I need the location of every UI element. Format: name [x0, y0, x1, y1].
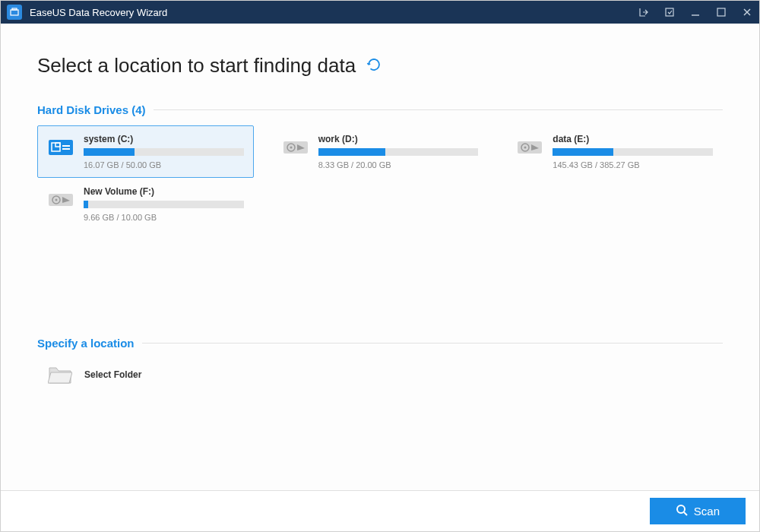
- app-logo-icon: [7, 5, 22, 20]
- maximize-button[interactable]: [715, 6, 727, 18]
- drive-info: data (E:)145.43 GB / 385.27 GB: [553, 134, 713, 169]
- specify-title-text: Specify a location: [37, 337, 135, 350]
- svg-line-22: [684, 512, 687, 515]
- svg-rect-11: [62, 148, 70, 150]
- drive-usage-fill: [318, 148, 385, 156]
- import-icon[interactable]: [638, 6, 650, 18]
- svg-rect-2: [666, 8, 673, 16]
- hdd-icon: [47, 188, 74, 211]
- drive-usage-bar: [318, 148, 479, 156]
- drive-stats: 8.33 GB / 20.00 GB: [318, 160, 479, 169]
- svg-rect-10: [62, 145, 70, 147]
- divider: [154, 109, 723, 110]
- svg-rect-4: [717, 8, 725, 16]
- drive-usage-bar: [84, 148, 244, 156]
- main-content: Select a location to start finding data …: [1, 24, 759, 391]
- drives-title-text: Hard Disk Drives (4): [37, 103, 146, 116]
- drive-info: New Volume (F:)9.66 GB / 10.00 GB: [84, 186, 244, 222]
- close-button[interactable]: [741, 6, 753, 18]
- drive-usage-fill: [84, 201, 88, 208]
- refresh-icon[interactable]: [366, 54, 382, 78]
- drive-stats: 9.66 GB / 10.00 GB: [84, 213, 244, 222]
- drive-usage-fill: [84, 148, 135, 156]
- folder-icon: [48, 365, 72, 385]
- window-controls: [638, 6, 753, 18]
- search-icon: [676, 504, 688, 518]
- window-title: EaseUS Data Recovery Wizard: [30, 7, 638, 18]
- drive-stats: 145.43 GB / 385.27 GB: [553, 160, 713, 169]
- page-heading: Select a location to start finding data: [37, 54, 723, 78]
- scan-button[interactable]: Scan: [650, 498, 746, 524]
- svg-rect-1: [12, 8, 17, 10]
- hdd-icon: [282, 135, 309, 158]
- drive-card[interactable]: system (C:)16.07 GB / 50.00 GB: [37, 125, 254, 178]
- drive-name: data (E:): [553, 134, 713, 144]
- minimize-button[interactable]: [689, 6, 701, 18]
- select-folder-label: Select Folder: [84, 369, 141, 380]
- scan-button-label: Scan: [694, 505, 720, 518]
- svg-rect-7: [49, 140, 73, 155]
- titlebar: EaseUS Data Recovery Wizard: [1, 1, 759, 24]
- footer: Scan: [1, 490, 759, 531]
- svg-point-20: [55, 199, 58, 201]
- drive-stats: 16.07 GB / 50.00 GB: [84, 160, 244, 169]
- toggle-icon[interactable]: [663, 6, 676, 18]
- select-folder-row[interactable]: Select Folder: [37, 359, 723, 391]
- drive-info: work (D:)8.33 GB / 20.00 GB: [318, 134, 479, 169]
- divider: [142, 343, 723, 344]
- drive-info: system (C:)16.07 GB / 50.00 GB: [84, 134, 244, 169]
- svg-rect-0: [11, 10, 18, 15]
- system-drive-icon: [47, 135, 74, 158]
- drive-name: New Volume (F:): [84, 186, 244, 197]
- drive-name: system (C:): [84, 134, 244, 144]
- drives-section-title: Hard Disk Drives (4): [37, 103, 723, 116]
- svg-point-14: [290, 147, 292, 149]
- specify-section: Specify a location Select Folder: [37, 337, 723, 391]
- drive-card[interactable]: work (D:)8.33 GB / 20.00 GB: [272, 125, 489, 178]
- hdd-icon: [516, 135, 543, 158]
- drive-usage-bar: [84, 201, 244, 208]
- heading-text: Select a location to start finding data: [37, 54, 356, 78]
- drives-grid: system (C:)16.07 GB / 50.00 GBwork (D:)8…: [37, 125, 723, 230]
- svg-point-21: [677, 505, 685, 513]
- drive-usage-bar: [553, 148, 713, 156]
- drive-card[interactable]: data (E:)145.43 GB / 385.27 GB: [506, 125, 723, 178]
- svg-point-17: [524, 147, 527, 149]
- drive-card[interactable]: New Volume (F:)9.66 GB / 10.00 GB: [37, 178, 254, 230]
- drive-usage-fill: [553, 148, 613, 156]
- specify-section-title: Specify a location: [37, 337, 723, 350]
- drive-name: work (D:): [318, 134, 479, 144]
